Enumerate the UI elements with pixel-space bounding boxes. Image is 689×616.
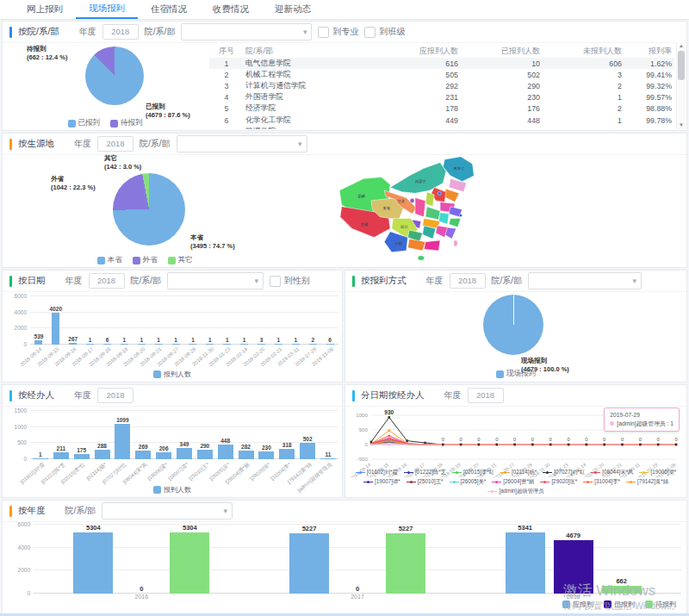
table-cell: 99.57% <box>622 93 674 102</box>
year-input[interactable]: 2018 <box>468 388 504 403</box>
bar-chart-by-year[interactable]: 0200040006000530405304522705227534146796… <box>8 525 681 602</box>
tab-5[interactable]: 迎新动态 <box>262 0 324 19</box>
year-input[interactable]: 2018 <box>89 273 125 289</box>
legend-item[interactable]: [07027]刘*红 <box>543 469 585 476</box>
bar-chart-by-operator[interactable]: 0500100015001211175288109926920634929044… <box>6 411 338 483</box>
legend-item[interactable]: [26004]曹*丽 <box>492 478 534 486</box>
legend-item[interactable]: [01222]陈*芝 <box>404 469 446 476</box>
legend-item[interactable]: [31004]李* <box>583 478 620 486</box>
legend-item[interactable]: 现场报到 <box>496 369 536 379</box>
dept-select[interactable]: ▾ <box>177 135 307 152</box>
bar[interactable] <box>170 532 209 594</box>
legend-item[interactable]: [01602]刘*霞 <box>356 469 398 476</box>
bar[interactable] <box>53 452 69 459</box>
bar[interactable] <box>602 586 642 594</box>
y-tick-label: 1000 <box>7 424 27 430</box>
table-cell: 449 <box>376 116 458 125</box>
legend-item[interactable]: [19007]谭* <box>363 478 400 486</box>
bar-chart-by-date[interactable]: 0200040006000539402026716111111113112620… <box>6 296 338 367</box>
table-cell: 448 <box>458 116 540 125</box>
dept-select[interactable]: ▾ <box>528 272 642 289</box>
legend-swatch <box>97 257 105 264</box>
checkbox-to-class[interactable]: 到班级 <box>364 26 405 38</box>
svg-text:0: 0 <box>549 437 552 442</box>
table-cell: 7 <box>209 128 244 129</box>
legend-item[interactable]: 待报到 <box>645 600 676 609</box>
legend-line-icon <box>363 481 373 483</box>
scroll-down-icon[interactable]: ▼ <box>679 121 684 129</box>
scroll-up-icon[interactable]: ▲ <box>679 42 684 50</box>
panel-header: 按年度 院/系/部 ▾ <box>3 501 686 522</box>
year-input[interactable]: 2018 <box>102 24 139 40</box>
table-row[interactable]: 3计算机与通信学院292290299.32% <box>209 80 674 91</box>
bar[interactable] <box>506 532 545 594</box>
dashboard-screen: 网上报到现场报到住宿情况收费情况迎新动态 按院/系/部 年度 2018 院/系/… <box>0 0 689 616</box>
table-row[interactable]: 2机械工程学院505502399.41% <box>209 69 674 80</box>
bar[interactable] <box>73 532 113 594</box>
bar[interactable] <box>289 533 329 594</box>
bar[interactable] <box>554 540 593 594</box>
legend-line-icon <box>543 471 552 474</box>
legend-item[interactable]: 已报到 <box>604 600 635 609</box>
legend-item[interactable]: [25010]王* <box>407 478 444 486</box>
bar[interactable] <box>279 449 295 459</box>
year-input[interactable]: 2018 <box>97 136 133 152</box>
tab-1[interactable]: 网上报到 <box>14 0 76 19</box>
legend-item[interactable]: 本省 <box>97 255 122 265</box>
pie-chart-method[interactable] <box>483 295 543 355</box>
legend-item[interactable]: [29020]张* <box>540 478 577 486</box>
dept-select[interactable]: ▾ <box>167 272 264 289</box>
bar[interactable] <box>218 445 233 459</box>
legend-item[interactable]: 待报到 <box>110 118 143 128</box>
year-input[interactable]: 2018 <box>97 388 133 403</box>
table-row[interactable]: 1电气信息学院616106061.62% <box>209 58 674 69</box>
legend-item[interactable]: [02114]杨* <box>500 469 537 476</box>
legend-item[interactable]: [admin]超级管理员 <box>487 488 543 495</box>
pie-chart-origin[interactable] <box>113 173 185 246</box>
table-row[interactable]: 6化学化工学院449448199.78% <box>209 115 674 126</box>
bar[interactable] <box>177 448 192 459</box>
legend-item[interactable]: 报到人数 <box>153 370 191 379</box>
table-row[interactable]: 5经济学院178176298.88% <box>209 103 674 115</box>
scrollbar-thumb[interactable] <box>678 51 685 80</box>
legend-item[interactable]: [08044]宋*凤 <box>591 469 633 476</box>
bar[interactable] <box>135 451 151 459</box>
bar[interactable] <box>95 450 110 459</box>
table-cell: 505 <box>376 71 458 79</box>
pie-chart-report-status[interactable] <box>85 47 144 105</box>
scrollbar[interactable]: ▲ ▼ <box>676 42 686 129</box>
dept-select[interactable]: ▾ <box>181 23 312 40</box>
tab-4[interactable]: 收费情况 <box>200 0 262 19</box>
legend-item[interactable]: 应报到 <box>562 600 593 609</box>
dept-select[interactable]: ▾ <box>102 502 233 520</box>
legend-item[interactable]: 其它 <box>168 255 193 265</box>
table-header-cell: 应报到人数 <box>376 46 458 57</box>
legend-item[interactable]: [79142]黄*娟 <box>626 478 668 486</box>
bar[interactable] <box>300 443 315 459</box>
tab-2[interactable]: 现场报到 <box>76 0 138 19</box>
checkbox-to-major[interactable]: 到专业 <box>318 26 358 38</box>
legend-item[interactable]: [26005]吴* <box>450 478 487 486</box>
chevron-down-icon: ▾ <box>224 506 228 516</box>
bar[interactable] <box>115 424 130 459</box>
x-tick-label: 2017 <box>250 594 466 602</box>
legend-item[interactable]: 外省 <box>133 255 158 265</box>
legend-item[interactable]: 已报到 <box>68 118 101 128</box>
bar[interactable] <box>258 451 274 459</box>
bar[interactable] <box>197 450 213 459</box>
bar[interactable] <box>156 452 171 459</box>
legend-line-icon <box>452 471 462 474</box>
legend-item[interactable]: [02015]李*红 <box>452 469 494 476</box>
bar[interactable] <box>52 313 59 345</box>
tab-3[interactable]: 住宿情况 <box>138 0 200 19</box>
year-input[interactable]: 2018 <box>450 273 486 289</box>
table-row[interactable]: 4外国语学院231230199.57% <box>209 92 674 103</box>
bar[interactable] <box>386 533 425 594</box>
china-map[interactable]: 新疆西藏青海甘肃内蒙古四川云南黑龙江 <box>317 155 524 265</box>
y-tick-label: 2000 <box>10 567 30 573</box>
legend-item[interactable]: 报到人数 <box>153 485 191 495</box>
checkbox-to-gender[interactable]: 到性别 <box>270 275 310 287</box>
table-row[interactable]: 7管理学院484475998.14% <box>209 126 674 129</box>
legend-item[interactable]: [19006]梁* <box>639 469 676 476</box>
bar[interactable] <box>239 451 254 460</box>
